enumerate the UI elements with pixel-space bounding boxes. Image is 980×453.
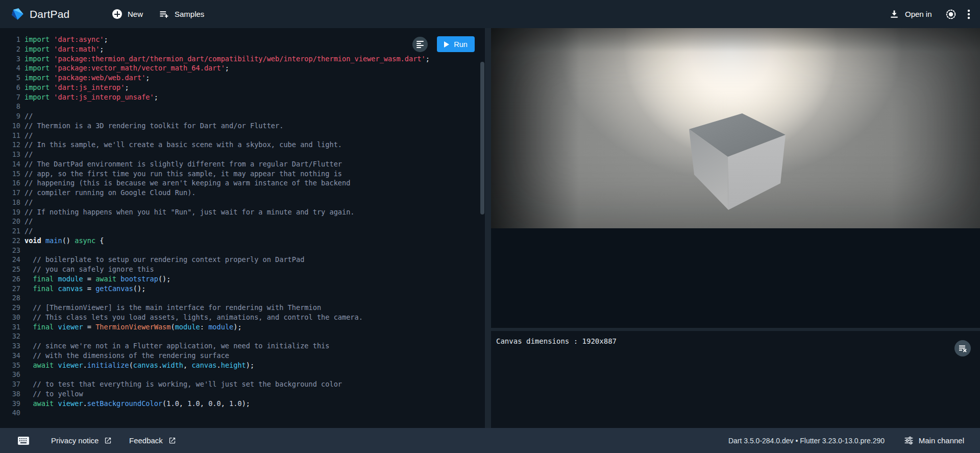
line-number: 38 <box>0 389 20 399</box>
code-line[interactable]: 32 <box>0 331 485 341</box>
code-line[interactable]: 19// If nothing happens when you hit "Ru… <box>0 207 485 217</box>
code-line[interactable]: 13// <box>0 150 485 159</box>
channel-selector[interactable]: Main channel <box>904 428 964 453</box>
console-output: Canvas dimensions : 980x453 <box>496 337 617 345</box>
code-line[interactable]: 30 // This class lets you load assets, l… <box>0 313 485 322</box>
brightness-toggle-button[interactable] <box>942 0 960 28</box>
footer: Privacy notice Feedback Dart 3.5.0-284.0… <box>0 428 980 453</box>
code-line-text: import 'dart:js_interop_unsafe'; <box>20 92 158 102</box>
run-button-label: Run <box>454 40 468 49</box>
code-line[interactable]: 9// <box>0 111 485 121</box>
code-line[interactable]: 6import 'dart:js_interop'; <box>0 83 485 92</box>
code-line-text: // Thermion is a 3D rendering toolkit fo… <box>20 121 283 131</box>
line-number: 33 <box>0 341 20 351</box>
code-line[interactable]: 17// compiler running on Google Cloud Ru… <box>0 188 485 198</box>
code-line-text: // boilerplate to setup our rendering co… <box>20 255 304 265</box>
new-button-label: New <box>128 10 143 18</box>
code-line[interactable]: 39 await viewer.setBackgroundColor(1.0, … <box>0 399 485 409</box>
line-number: 30 <box>0 313 20 322</box>
new-button[interactable]: New <box>109 0 146 28</box>
code-line-text: // In this sample, we'll create a basic … <box>20 140 342 150</box>
code-line-text: import 'dart:math'; <box>20 44 104 54</box>
code-line[interactable]: 26 final module = await bootstrap(); <box>0 274 485 284</box>
code-line[interactable]: 20// <box>0 217 485 226</box>
open-in-button[interactable]: Open in <box>886 0 935 28</box>
line-number: 37 <box>0 379 20 389</box>
code-line[interactable]: 40 <box>0 408 485 418</box>
code-line[interactable]: 11// <box>0 131 485 140</box>
open-in-button-label: Open in <box>905 10 932 18</box>
code-line[interactable]: 37 // to test that everything is working… <box>0 379 485 389</box>
external-link-icon <box>104 437 112 444</box>
line-number: 18 <box>0 198 20 207</box>
playlist-add-icon <box>159 9 169 19</box>
keyboard-shortcuts-button[interactable] <box>14 428 33 453</box>
panel-splitter-vertical[interactable] <box>485 28 491 428</box>
line-number: 32 <box>0 331 20 341</box>
code-line[interactable]: 27 final canvas = getCanvas(); <box>0 284 485 294</box>
code-line[interactable]: 10// Thermion is a 3D rendering toolkit … <box>0 121 485 131</box>
code-line-text: // The DartPad environment is slightly d… <box>20 159 342 169</box>
code-line-text: import 'dart:js_interop'; <box>20 83 129 92</box>
overflow-menu-button[interactable] <box>964 0 973 28</box>
code-line[interactable]: 16// happening (this is because we aren'… <box>0 178 485 188</box>
line-number: 17 <box>0 188 20 198</box>
code-line[interactable]: 18// <box>0 198 485 207</box>
line-number: 1 <box>0 35 20 44</box>
line-number: 13 <box>0 150 20 159</box>
plus-circle-icon <box>112 9 122 19</box>
code-line[interactable]: 23 <box>0 246 485 255</box>
code-line[interactable]: 36 <box>0 370 485 379</box>
keyboard-icon <box>17 436 30 445</box>
code-line[interactable]: 7import 'dart:js_interop_unsafe'; <box>0 92 485 102</box>
privacy-notice-link[interactable]: Privacy notice <box>51 428 112 453</box>
code-line[interactable]: 29 // [ThermionViewer] is the main inter… <box>0 303 485 313</box>
format-button[interactable] <box>412 37 428 52</box>
code-line[interactable]: 12// In this sample, we'll create a basi… <box>0 140 485 150</box>
clear-console-button[interactable] <box>954 340 971 356</box>
code-line[interactable]: 34 // with the dimensions of the renderi… <box>0 351 485 361</box>
code-line[interactable]: 22void main() async { <box>0 236 485 246</box>
code-line[interactable]: 5import 'package:web/web.dart'; <box>0 73 485 83</box>
code-line[interactable]: 28 <box>0 293 485 303</box>
line-number: 39 <box>0 399 20 409</box>
code-line[interactable]: 15// app, so the first time you run this… <box>0 169 485 179</box>
clear-console-icon <box>958 344 967 353</box>
dart-logo-icon <box>11 7 24 21</box>
line-number: 26 <box>0 274 20 284</box>
run-button[interactable]: Run <box>437 36 475 52</box>
code-line[interactable]: 33 // since we're not in a Flutter appli… <box>0 341 485 351</box>
code-line-text: final viewer = ThermionViewerWasm(module… <box>20 322 242 332</box>
line-number: 34 <box>0 351 20 361</box>
feedback-link[interactable]: Feedback <box>129 428 176 453</box>
tune-icon <box>904 436 914 445</box>
samples-button-label: Samples <box>175 10 204 18</box>
app-title: DartPad <box>30 0 69 28</box>
code-line[interactable]: 25 // you can safely ignore this <box>0 265 485 274</box>
code-line[interactable]: 38 // to yellow <box>0 389 485 399</box>
code-line[interactable]: 35 await viewer.initialize(canvas.width,… <box>0 361 485 370</box>
line-number: 2 <box>0 44 20 54</box>
code-line[interactable]: 31 final viewer = ThermionViewerWasm(mod… <box>0 322 485 332</box>
code-line-text: import 'dart:async'; <box>20 35 108 44</box>
line-number: 25 <box>0 265 20 274</box>
code-line-text: // you can safely ignore this <box>20 265 154 274</box>
code-line-text: // app, so the first time you run this s… <box>20 169 342 179</box>
code-line-text: final canvas = getCanvas(); <box>20 284 145 294</box>
samples-button[interactable]: Samples <box>156 0 207 28</box>
code-line[interactable]: 24 // boilerplate to setup our rendering… <box>0 255 485 265</box>
line-number: 20 <box>0 217 20 226</box>
code-line[interactable]: 3import 'package:thermion_dart/thermion_… <box>0 54 485 64</box>
line-number: 4 <box>0 63 20 73</box>
code-line[interactable]: 4import 'package:vector_math/vector_math… <box>0 63 485 73</box>
code-line-text: // <box>20 217 33 226</box>
code-line[interactable]: 8 <box>0 102 485 111</box>
line-number: 21 <box>0 226 20 236</box>
code-editor[interactable]: 1import 'dart:async';2import 'dart:math'… <box>0 35 485 418</box>
code-line[interactable]: 21// <box>0 226 485 236</box>
code-line-text <box>20 246 24 255</box>
code-line-text: import 'package:web/web.dart'; <box>20 73 150 83</box>
render-canvas[interactable] <box>491 28 980 228</box>
editor-scrollbar[interactable] <box>480 62 484 214</box>
code-line[interactable]: 14// The DartPad environment is slightly… <box>0 159 485 169</box>
